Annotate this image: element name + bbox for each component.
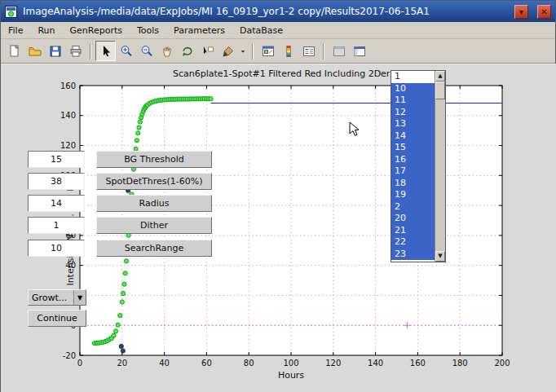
spot-list-item-17[interactable]: 17 (391, 165, 435, 178)
growth-curve-point (209, 97, 213, 101)
menu-file[interactable]: File (1, 22, 30, 38)
save-button[interactable] (45, 41, 65, 61)
spot-list-item-1[interactable]: 1 (391, 71, 435, 83)
x-tick-label: 40 (159, 359, 170, 368)
growth-curve-point (116, 323, 120, 327)
new-document-icon (7, 44, 22, 59)
zoom-in-icon (119, 44, 134, 59)
zoom-out-button[interactable] (136, 41, 157, 61)
brush-button[interactable] (218, 41, 238, 61)
brush-menu-caret-button[interactable] (238, 41, 248, 61)
window-title: ImageAnalysis-/media/data/ExpJobs/MI 16_… (23, 6, 505, 17)
spot-list-item-13[interactable]: 13 (391, 118, 435, 130)
open-file-button[interactable] (24, 41, 45, 61)
growth-curve-point (113, 329, 117, 333)
menu-run[interactable]: Run (30, 22, 62, 38)
second-deriv-points-point (119, 344, 123, 348)
insert-legend-button[interactable] (298, 41, 319, 61)
spot-number-droplist: 110111213141516171819220212223 ▲ ▼ (391, 70, 446, 262)
growth-curve-point (138, 120, 142, 124)
print-button[interactable] (65, 41, 86, 61)
x-axis-label: Hours (278, 370, 304, 381)
radius-button[interactable]: Radius (96, 195, 212, 212)
menu-database[interactable]: DataBase (232, 22, 290, 38)
radius-field[interactable]: 14 (28, 195, 85, 212)
growth-curve-point (118, 313, 122, 317)
spot-list-item-16[interactable]: 16 (391, 154, 435, 166)
menu-genreports[interactable]: GenReports (63, 22, 130, 38)
spot-list-item-22[interactable]: 22 (391, 236, 435, 249)
spot-det-thres-field[interactable]: 38 (28, 173, 85, 190)
toolbar-separator (90, 43, 91, 59)
spot-det-thres-button[interactable]: SpotDetThres(1-60%) (96, 173, 212, 190)
growth-curve-point (122, 282, 126, 286)
x-tick-label: 0 (77, 359, 82, 368)
dither-button[interactable]: Dither (96, 217, 212, 234)
bg-threshold-field[interactable]: 15 (28, 151, 85, 168)
app-icon (5, 6, 17, 18)
hide-plot-tools-button[interactable] (329, 41, 349, 61)
search-range-button[interactable]: SearchRange (96, 240, 212, 257)
figure-palette-button[interactable] (258, 41, 278, 61)
spot-list-item-14[interactable]: 14 (391, 130, 435, 143)
spot-list-scrollbar[interactable]: ▲ ▼ (435, 71, 445, 262)
mouse-cursor (349, 121, 360, 138)
search-range-field[interactable]: 10 (28, 240, 85, 257)
spot-list-item-11[interactable]: 11 (391, 95, 435, 107)
show-plot-tools-button[interactable] (349, 41, 369, 61)
scroll-up-icon[interactable]: ▲ (435, 71, 445, 81)
growth-dropdown[interactable]: Growt... ▼ (28, 289, 86, 306)
insert-colorbar-icon (281, 44, 296, 59)
spot-list-item-21[interactable]: 21 (391, 225, 435, 237)
spot-list-item-23[interactable]: 23 (391, 249, 435, 261)
toolbar-separator (252, 43, 254, 59)
growth-curve-point (137, 126, 141, 130)
toolbar-separator (323, 43, 324, 59)
zoom-out-icon (139, 44, 154, 59)
menu-parameters[interactable]: Parameters (166, 22, 232, 38)
y-tick-label: -20 (63, 351, 76, 360)
chevron-down-icon[interactable]: ▼ (73, 290, 86, 305)
app-window: ImageAnalysis-/media/data/ExpJobs/MI 16_… (0, 0, 556, 392)
new-document-button[interactable] (4, 41, 24, 61)
scroll-down-icon[interactable]: ▼ (435, 251, 445, 262)
second-deriv-points-point (121, 349, 125, 353)
spot-list-item-12[interactable]: 12 (391, 107, 435, 119)
x-tick-label: 200 (494, 359, 510, 368)
spot-list-item-15[interactable]: 15 (391, 142, 435, 154)
dither-field[interactable]: 1 (28, 217, 85, 234)
zoom-in-button[interactable] (116, 41, 136, 61)
insert-legend-icon (302, 44, 316, 59)
spot-list-item-19[interactable]: 19 (391, 189, 435, 201)
titlebar[interactable]: ImageAnalysis-/media/data/ExpJobs/MI 16_… (1, 1, 555, 22)
x-tick-label: 180 (452, 359, 468, 368)
spot-list-item-20[interactable]: 20 (391, 213, 435, 225)
pan-button[interactable] (157, 41, 177, 61)
show-plot-tools-icon (352, 44, 367, 59)
menubar: FileRunGenReportsToolsParametersDataBase (1, 22, 555, 39)
y-tick-label: 160 (60, 81, 76, 90)
spot-list-item-2[interactable]: 2 (391, 201, 435, 214)
scrollbar-track[interactable] (435, 81, 445, 251)
minimize-button[interactable]: ▾ (514, 5, 528, 19)
insert-colorbar-button[interactable] (278, 41, 298, 61)
growth-curve-point (135, 139, 139, 143)
close-button[interactable]: ✕ (537, 5, 551, 19)
figure-area: 020406080100120140160180200-200204060801… (1, 64, 556, 392)
x-tick-label: 100 (283, 359, 298, 368)
rotate-3d-button[interactable] (177, 41, 197, 61)
brush-icon (221, 44, 236, 59)
menu-tools[interactable]: Tools (130, 22, 166, 38)
brush-menu-caret-icon (239, 44, 247, 59)
spot-list-item-10[interactable]: 10 (391, 83, 435, 95)
spot-list-item-18[interactable]: 18 (391, 178, 435, 190)
scrollbar-thumb[interactable] (435, 81, 445, 99)
print-icon (68, 44, 83, 59)
pointer-button[interactable] (95, 41, 116, 61)
bg-threshold-button[interactable]: BG Threshold (96, 151, 212, 168)
growth-curve-point (136, 131, 140, 135)
data-cursor-button[interactable] (197, 41, 218, 61)
growth-dropdown-label: Growt... (29, 293, 73, 303)
open-file-icon (28, 44, 42, 59)
continue-button[interactable]: Continue (28, 310, 86, 327)
